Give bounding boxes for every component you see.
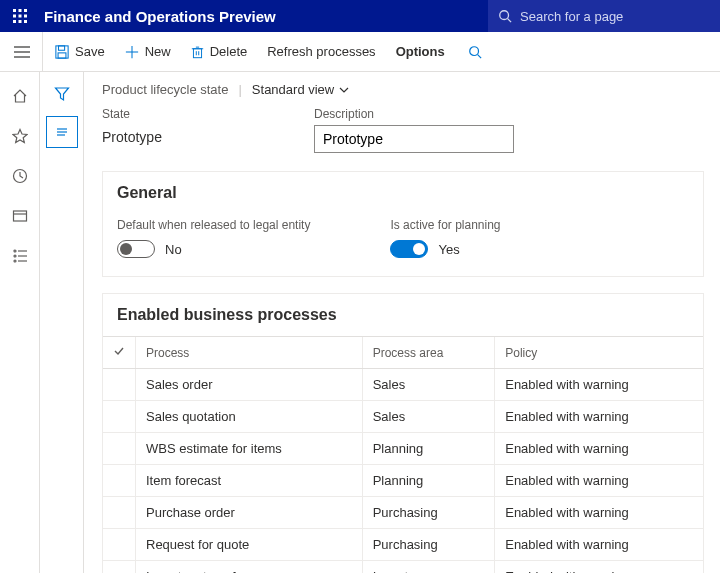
- row-selector[interactable]: [103, 529, 136, 561]
- home-icon: [12, 88, 28, 104]
- general-card: General Default when released to legal e…: [102, 171, 704, 277]
- svg-rect-4: [19, 15, 22, 18]
- col-process[interactable]: Process: [136, 337, 363, 369]
- svg-rect-6: [13, 20, 16, 23]
- cell-area: Planning: [362, 465, 495, 497]
- row-selector[interactable]: [103, 497, 136, 529]
- svg-rect-8: [24, 20, 27, 23]
- row-selector[interactable]: [103, 465, 136, 497]
- active-toggle-value: Yes: [438, 242, 459, 257]
- search-input[interactable]: [520, 9, 710, 24]
- trash-icon: [191, 45, 204, 59]
- svg-point-33: [14, 260, 16, 262]
- main-content: Product lifecycle state | Standard view …: [84, 72, 720, 573]
- svg-point-31: [14, 255, 16, 257]
- nav-toggle-icon[interactable]: [4, 32, 40, 72]
- refresh-processes-button[interactable]: Refresh processes: [257, 32, 385, 72]
- svg-rect-16: [58, 52, 66, 57]
- nav-favorites[interactable]: [4, 120, 36, 152]
- processes-grid: Process Process area Policy Sales orderS…: [103, 336, 703, 573]
- page-title: Product lifecycle state: [102, 82, 228, 97]
- row-selector[interactable]: [103, 433, 136, 465]
- chevron-down-icon: [338, 84, 350, 96]
- search-icon: [468, 45, 482, 59]
- table-row[interactable]: WBS estimate for itemsPlanningEnabled wi…: [103, 433, 703, 465]
- default-toggle-group: Default when released to legal entity No: [117, 218, 310, 258]
- cell-area: Sales: [362, 401, 495, 433]
- svg-line-10: [508, 19, 512, 23]
- view-rail: [40, 72, 84, 573]
- delete-button[interactable]: Delete: [181, 32, 258, 72]
- new-button[interactable]: New: [115, 32, 181, 72]
- state-field: State Prototype: [102, 107, 282, 153]
- breadcrumb: Product lifecycle state | Standard view: [102, 82, 704, 97]
- svg-rect-19: [193, 48, 201, 57]
- nav-recent[interactable]: [4, 160, 36, 192]
- svg-rect-7: [19, 20, 22, 23]
- active-toggle-label: Is active for planning: [390, 218, 500, 232]
- default-toggle[interactable]: [117, 240, 155, 258]
- active-toggle[interactable]: [390, 240, 428, 258]
- row-selector[interactable]: [103, 561, 136, 574]
- save-button[interactable]: Save: [45, 32, 115, 72]
- state-label: State: [102, 107, 282, 121]
- svg-rect-2: [24, 9, 27, 12]
- col-policy[interactable]: Policy: [495, 337, 703, 369]
- svg-point-29: [14, 250, 16, 252]
- workspace-icon: [12, 208, 28, 224]
- cell-policy: Enabled with warning: [495, 497, 703, 529]
- processes-card: Enabled business processes Process Proce…: [102, 293, 704, 573]
- cell-process: Request for quote: [136, 529, 363, 561]
- app-launcher-icon[interactable]: [0, 0, 40, 32]
- state-value: Prototype: [102, 125, 282, 149]
- app-title: Finance and Operations Preview: [40, 8, 276, 25]
- svg-rect-0: [13, 9, 16, 12]
- default-toggle-value: No: [165, 242, 182, 257]
- save-icon: [55, 45, 69, 59]
- svg-rect-1: [19, 9, 22, 12]
- cell-policy: Enabled with warning: [495, 561, 703, 574]
- filter-icon: [54, 86, 70, 102]
- top-bar: Finance and Operations Preview: [0, 0, 720, 32]
- cell-process: Purchase order: [136, 497, 363, 529]
- table-row[interactable]: Sales orderSalesEnabled with warning: [103, 369, 703, 401]
- cell-process: Inventory transfer: [136, 561, 363, 574]
- nav-home[interactable]: [4, 80, 36, 112]
- row-selector[interactable]: [103, 369, 136, 401]
- col-area[interactable]: Process area: [362, 337, 495, 369]
- cell-area: Purchasing: [362, 497, 495, 529]
- table-row[interactable]: Item forecastPlanningEnabled with warnin…: [103, 465, 703, 497]
- search-icon: [498, 9, 512, 23]
- cell-policy: Enabled with warning: [495, 529, 703, 561]
- description-field: Description: [314, 107, 514, 153]
- nav-modules[interactable]: [4, 240, 36, 272]
- find-button[interactable]: [455, 32, 495, 72]
- table-row[interactable]: Sales quotationSalesEnabled with warning: [103, 401, 703, 433]
- svg-line-25: [477, 54, 481, 58]
- svg-rect-3: [13, 15, 16, 18]
- svg-rect-27: [13, 211, 26, 221]
- cell-area: Sales: [362, 369, 495, 401]
- row-selector[interactable]: [103, 401, 136, 433]
- svg-point-9: [500, 11, 509, 20]
- svg-point-24: [469, 46, 478, 55]
- list-lines-icon: [54, 124, 70, 140]
- view-selector[interactable]: Standard view: [252, 82, 350, 97]
- table-row[interactable]: Purchase orderPurchasingEnabled with war…: [103, 497, 703, 529]
- description-input[interactable]: [314, 125, 514, 153]
- table-row[interactable]: Request for quotePurchasingEnabled with …: [103, 529, 703, 561]
- star-icon: [12, 128, 28, 144]
- cell-area: Planning: [362, 433, 495, 465]
- cell-area: Purchasing: [362, 529, 495, 561]
- options-button[interactable]: Options: [386, 32, 455, 72]
- table-row[interactable]: Inventory transferInventoryEnabled with …: [103, 561, 703, 574]
- clock-icon: [12, 168, 28, 184]
- command-bar: Save New Delete Refresh processes Option…: [0, 32, 720, 72]
- cell-process: Item forecast: [136, 465, 363, 497]
- global-search[interactable]: [488, 0, 720, 32]
- list-view-button[interactable]: [46, 116, 78, 148]
- nav-workspaces[interactable]: [4, 200, 36, 232]
- select-all-header[interactable]: [103, 337, 136, 369]
- filter-button[interactable]: [46, 78, 78, 110]
- svg-rect-5: [24, 15, 27, 18]
